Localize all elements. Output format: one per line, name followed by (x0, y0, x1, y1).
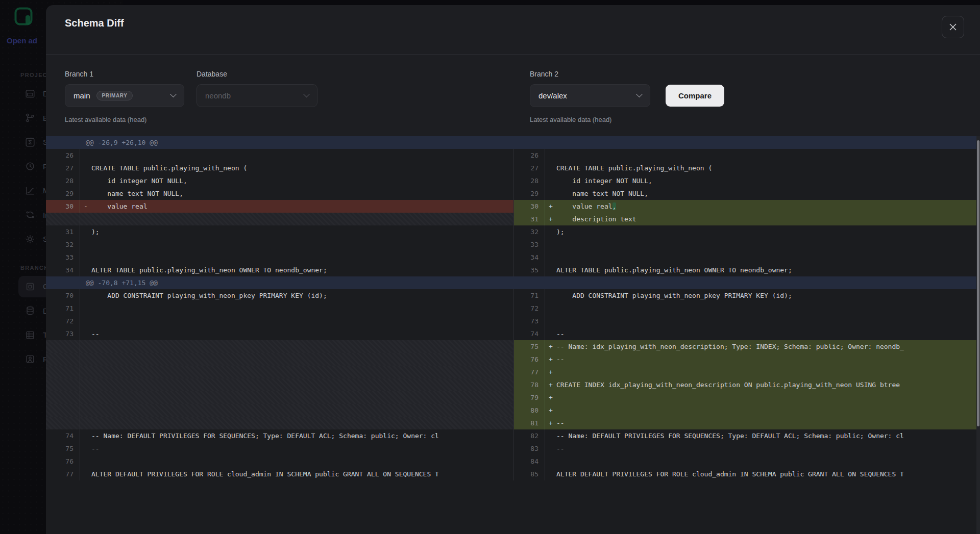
line-number: 34 (514, 251, 545, 264)
code-text: ADD CONSTRAINT playing_with_neon_pkey PR… (91, 289, 327, 302)
code-text: ALTER DEFAULT PRIVILEGES FOR ROLE cloud_… (556, 468, 904, 480)
line-number: 26 (514, 149, 545, 162)
line-number: 28 (514, 174, 545, 187)
line-number: 85 (514, 468, 545, 480)
line-number: 75 (46, 442, 80, 455)
line-number: 80 (514, 404, 545, 417)
diff-scrollbar-thumb[interactable] (977, 140, 979, 427)
diff-cell-left: 74-- Name: DEFAULT PRIVILEGES FOR SEQUEN… (46, 429, 514, 442)
line-number: 73 (46, 327, 80, 340)
schema-diff-view[interactable]: @@ -26,9 +26,10 @@262627CREATE TABLE pub… (46, 136, 980, 534)
diff-cell-right: 82-- Name: DEFAULT PRIVILEGES FOR SEQUEN… (514, 429, 980, 442)
branch2-label: Branch 2 (530, 70, 558, 78)
diff-sign (80, 378, 91, 391)
diff-sign (80, 251, 91, 264)
diff-cell-left: 73-- (46, 327, 514, 340)
diff-sign (545, 468, 556, 480)
code-text: id integer NOT NULL, (556, 174, 652, 187)
diff-sign (80, 238, 91, 251)
code-text: -- (91, 442, 100, 455)
modal-header: Schema Diff (46, 5, 980, 55)
diff-cell-right: 84 (514, 455, 980, 468)
primary-badge: PRIMARY (96, 91, 133, 100)
code-text: -- (556, 442, 565, 455)
code-text: name text NOT NULL, (91, 187, 183, 200)
diff-cell-left (46, 366, 514, 378)
line-number: 30 (514, 200, 545, 213)
diff-cell-left: 31); (46, 225, 514, 238)
diff-row: 31);32); (46, 225, 980, 238)
diff-sign (80, 391, 91, 404)
line-number: 77 (46, 468, 80, 480)
database-value: neondb (205, 91, 231, 100)
line-number: 84 (514, 455, 545, 468)
database-label: Database (197, 70, 227, 78)
compare-button[interactable]: Compare (666, 85, 724, 107)
diff-cell-right: 31+ description text (514, 213, 980, 225)
diff-cell-right: 79+ (514, 391, 980, 404)
diff-sign (80, 404, 91, 417)
diff-cell-left: 75-- (46, 442, 514, 455)
branch1-select[interactable]: main PRIMARY (65, 84, 184, 107)
diff-cell-left: 28 id integer NOT NULL, (46, 174, 514, 187)
line-number: 33 (514, 238, 545, 251)
code-text: ADD CONSTRAINT playing_with_neon_pkey PR… (556, 289, 792, 302)
branch2-select[interactable]: dev/alex (530, 84, 650, 107)
diff-row: 79+ (46, 391, 980, 404)
line-number (46, 417, 80, 429)
diff-sign (545, 302, 556, 315)
diff-cell-right: 73 (514, 315, 980, 327)
diff-scrollbar[interactable] (976, 136, 980, 534)
diff-cell-right: 32); (514, 225, 980, 238)
diff-cell-right: 28 id integer NOT NULL, (514, 174, 980, 187)
diff-cell-right: 33 (514, 238, 980, 251)
line-number: 27 (514, 162, 545, 174)
line-number: 76 (514, 353, 545, 366)
diff-sign (80, 455, 91, 468)
code-text: name text NOT NULL, (556, 187, 648, 200)
diff-row: 75+-- Name: idx_playing_with_neon_descri… (46, 340, 980, 353)
diff-sign (80, 225, 91, 238)
diff-sign (545, 327, 556, 340)
branch1-data-hint: Latest available data (head) (65, 116, 146, 123)
diff-cell-right: 76+-- (514, 353, 980, 366)
diff-row: 2626 (46, 149, 980, 162)
line-number: 72 (514, 302, 545, 315)
code-text: ALTER TABLE public.playing_with_neon OWN… (556, 264, 792, 276)
code-text: CREATE INDEX idx_playing_with_neon_descr… (556, 378, 904, 391)
diff-cell-right: 71 ADD CONSTRAINT playing_with_neon_pkey… (514, 289, 980, 302)
code-text: -- Name: DEFAULT PRIVILEGES FOR SEQUENCE… (556, 429, 904, 442)
line-number: 70 (46, 289, 80, 302)
line-number: 29 (46, 187, 80, 200)
line-number: 35 (514, 264, 545, 276)
chevron-down-icon (303, 91, 310, 97)
diff-cell-right: 75+-- Name: idx_playing_with_neon_descri… (514, 340, 980, 353)
diff-cell-right: 81+-- (514, 417, 980, 429)
diff-row: 7273 (46, 315, 980, 327)
diff-sign (545, 238, 556, 251)
code-text: ALTER TABLE public.playing_with_neon OWN… (91, 264, 327, 276)
diff-sign (80, 264, 91, 276)
diff-sign (80, 187, 91, 200)
code-text: -- (556, 417, 565, 429)
diff-cell-left (46, 391, 514, 404)
diff-sign (545, 442, 556, 455)
diff-cell-right: 74-- (514, 327, 980, 340)
code-text: value real (91, 200, 148, 213)
diff-cell-right: 85ALTER DEFAULT PRIVILEGES FOR ROLE clou… (514, 468, 980, 480)
diff-row: 77ALTER DEFAULT PRIVILEGES FOR ROLE clou… (46, 468, 980, 480)
line-number (46, 213, 80, 225)
line-number: 72 (46, 315, 80, 327)
line-number: 73 (514, 315, 545, 327)
diff-cell-left (46, 378, 514, 391)
diff-sign (545, 251, 556, 264)
line-number: 79 (514, 391, 545, 404)
line-number: 75 (514, 340, 545, 353)
diff-cell-left: 71 (46, 302, 514, 315)
database-select[interactable]: neondb (197, 84, 317, 107)
diff-cell-left: 32 (46, 238, 514, 251)
diff-sign: + (545, 366, 556, 378)
diff-sign (80, 315, 91, 327)
diff-cell-left: 70 ADD CONSTRAINT playing_with_neon_pkey… (46, 289, 514, 302)
close-button[interactable] (942, 16, 964, 38)
